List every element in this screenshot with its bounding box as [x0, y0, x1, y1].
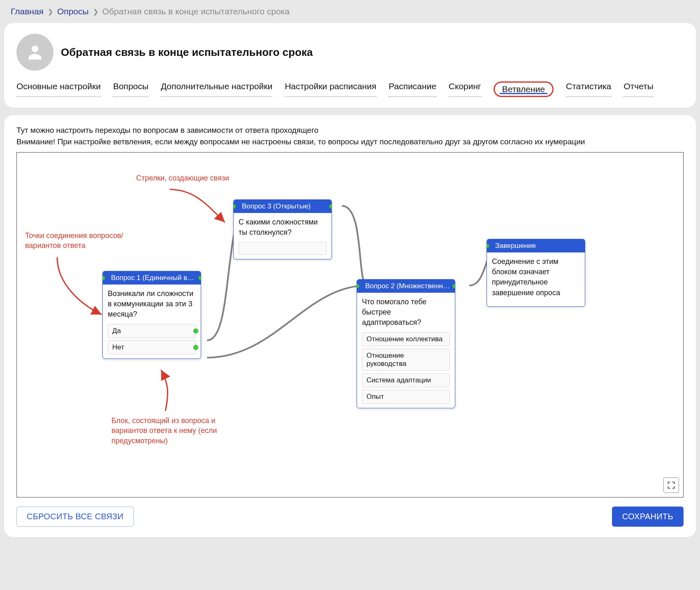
footer-actions: СБРОСИТЬ ВСЕ СВЯЗИ СОХРАНИТЬ [16, 507, 684, 527]
page-title: Обратная связь в конце испытательного ср… [61, 46, 313, 59]
connection-dot-icon[interactable] [357, 284, 359, 289]
node-q2-header[interactable]: Вопрос 2 (Множественн… [357, 280, 455, 293]
node-q2-answer-1[interactable]: Отношение коллектива [362, 332, 450, 346]
node-question-3[interactable]: Вопрос 3 (Открытые) С какими сложностями… [233, 199, 332, 259]
svg-point-0 [32, 46, 38, 52]
node-q1-answer-yes[interactable]: Да [108, 324, 196, 338]
node-end-header[interactable]: Завершение [487, 239, 585, 252]
node-q1-header[interactable]: Вопрос 1 (Единичный в… [103, 271, 201, 285]
person-icon [25, 42, 45, 62]
crumb-home[interactable]: Главная [11, 7, 44, 16]
avatar [16, 34, 53, 71]
tab-questions[interactable]: Вопросы [113, 81, 148, 97]
breadcrumb: Главная ❯ Опросы ❯ Обратная связь в конц… [4, 4, 696, 23]
header-card: Обратная связь в конце испытательного ср… [4, 23, 696, 108]
answer-label: Нет [112, 343, 124, 351]
tab-statistics[interactable]: Статистика [566, 81, 611, 97]
fullscreen-button[interactable] [663, 477, 679, 493]
tab-reports[interactable]: Отчеты [624, 81, 654, 97]
tab-additional-settings[interactable]: Дополнительные настройки [161, 81, 272, 97]
node-q2-question: Что помогало тебе быстрее адаптироваться… [362, 297, 450, 328]
branching-card: Тут можно настроить переходы по вопросам… [4, 115, 696, 537]
node-q1-answer-no[interactable]: Нет [108, 340, 196, 354]
tab-schedule-settings[interactable]: Настройки расписания [285, 81, 376, 97]
connection-dot-icon[interactable] [193, 329, 198, 333]
annotation-block: Блок, состоящий из вопроса и вариантов о… [111, 416, 218, 446]
connection-dot-icon[interactable] [452, 284, 455, 289]
crumb-current: Обратная связь в конце испытательного ср… [102, 7, 290, 16]
chevron-right-icon: ❯ [48, 8, 53, 16]
connection-dot-icon[interactable] [487, 243, 489, 248]
node-question-2[interactable]: Вопрос 2 (Множественн… Что помогало тебе… [357, 279, 455, 408]
branching-canvas[interactable]: Стрелки, создающие связи Точки соединени… [16, 152, 684, 497]
tab-scoring[interactable]: Скоринг [449, 81, 481, 97]
connection-dot-icon[interactable] [198, 275, 201, 280]
node-q3-header[interactable]: Вопрос 3 (Открытые) [234, 200, 331, 213]
node-end-text: Соединение с этим блоком означает принуд… [492, 257, 580, 298]
info-line-2: Внимание! При настройке ветвления, если … [16, 137, 684, 146]
answer-label: Отношение коллектива [366, 335, 443, 343]
connection-dot-icon[interactable] [103, 275, 105, 280]
tab-main-settings[interactable]: Основные настройки [16, 81, 101, 97]
answer-label: Отношение руководства [366, 352, 406, 368]
answer-label: Да [112, 327, 121, 335]
tab-schedule[interactable]: Расписание [389, 81, 436, 97]
info-line-1: Тут можно настроить переходы по вопросам… [16, 126, 684, 135]
answer-label: Система адаптации [366, 376, 431, 384]
node-q2-answer-3[interactable]: Система адаптации [362, 373, 450, 387]
chevron-right-icon: ❯ [93, 8, 98, 16]
reset-connections-button[interactable]: СБРОСИТЬ ВСЕ СВЯЗИ [16, 507, 134, 527]
node-end[interactable]: Завершение Соединение с этим блоком озна… [487, 239, 585, 307]
crumb-surveys[interactable]: Опросы [57, 7, 89, 16]
node-end-title: Завершение [495, 242, 536, 250]
node-q3-question: С какими сложностями ты столкнулся? [239, 217, 327, 238]
save-button[interactable]: СОХРАНИТЬ [612, 507, 684, 527]
node-q2-title: Вопрос 2 (Множественн… [365, 282, 450, 290]
node-q3-answer-empty[interactable] [239, 242, 327, 255]
annotation-dots: Точки соединения вопросов/вариантов отве… [25, 231, 132, 251]
answer-label: Опыт [366, 393, 384, 400]
node-q2-answer-2[interactable]: Отношение руководства [362, 349, 450, 371]
node-q1-title: Вопрос 1 (Единичный в… [111, 274, 194, 282]
node-question-1[interactable]: Вопрос 1 (Единичный в… Возникали ли слож… [102, 271, 201, 359]
annotation-arrows: Стрелки, создающие связи [136, 173, 229, 183]
node-q2-answer-4[interactable]: Опыт [362, 390, 450, 404]
node-q3-title: Вопрос 3 (Открытые) [242, 202, 311, 210]
tab-branching[interactable]: Ветвление [494, 81, 554, 97]
connection-dot-icon[interactable] [193, 345, 198, 350]
node-q1-question: Возникали ли сложности в коммуникации за… [108, 289, 196, 320]
fullscreen-icon [667, 481, 675, 489]
connection-dot-icon[interactable] [234, 204, 236, 209]
tabs: Основные настройки Вопросы Дополнительны… [16, 81, 684, 97]
connection-dot-icon[interactable] [329, 204, 331, 209]
